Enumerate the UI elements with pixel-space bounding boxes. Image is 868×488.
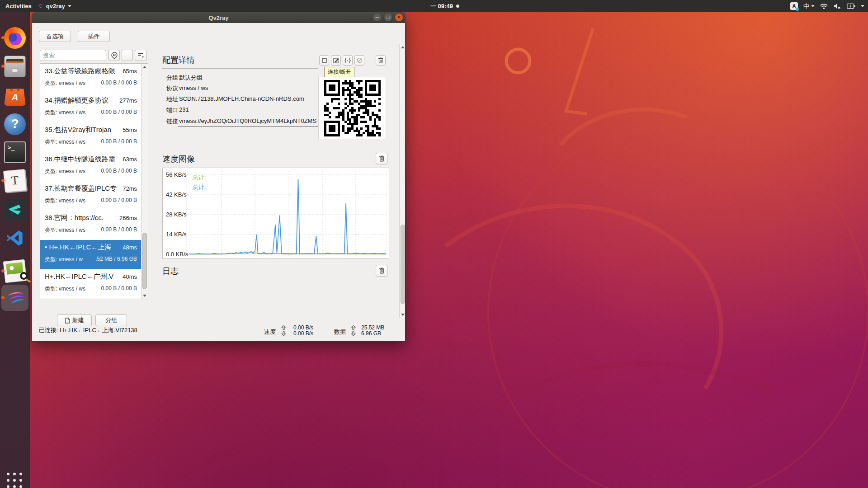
server-type: 类型: vmess / ws	[45, 138, 99, 146]
server-title: 35.包括V2ray和Trojan	[45, 126, 121, 134]
delete-config-button[interactable]	[376, 55, 386, 66]
legend-download[interactable]: 总计↓	[193, 183, 208, 192]
scroll-up-icon[interactable]	[401, 46, 405, 48]
plugins-button[interactable]: 插件	[78, 31, 110, 42]
server-type: 类型: vmess / ws	[45, 109, 99, 117]
title-bar[interactable]: Qv2ray ─ □ ✕	[32, 12, 406, 23]
field-value: 231	[179, 106, 189, 113]
latency-test-button[interactable]	[108, 50, 120, 61]
terminal-icon[interactable]: >_	[4, 141, 26, 163]
trash-icon	[379, 155, 385, 162]
field-value: vmess / ws	[179, 84, 208, 91]
sort-button[interactable]	[135, 50, 147, 61]
group-button[interactable]: 分组	[95, 314, 127, 326]
running-dot-icon	[1, 296, 5, 299]
qv2ray-window: Qv2ray ─ □ ✕ 首选项 插件	[32, 12, 406, 342]
new-config-button[interactable]: 新建	[57, 314, 92, 326]
qr-code-icon	[324, 80, 381, 136]
server-latency: 277ms	[119, 97, 137, 104]
updown-arrows-icon	[349, 325, 359, 336]
blank-tool-button[interactable]	[122, 50, 133, 61]
clock[interactable]: 一 09:49	[430, 0, 459, 12]
vscode-icon[interactable]	[4, 227, 26, 249]
speed-down-value: 0.00 B/s	[293, 331, 313, 337]
scroll-up-icon[interactable]	[143, 66, 146, 68]
stop-square-icon	[322, 58, 327, 63]
server-type: 类型: vmess / ws	[45, 226, 99, 234]
share-link-value[interactable]: vmess://eyJhZGQiOiJTQ0ROLjcyMTM4LkpNT0ZM…	[179, 117, 318, 124]
qv2ray-icon[interactable]	[4, 287, 26, 309]
server-title: 36.中继中转隧道线路需	[45, 155, 121, 164]
search-input[interactable]	[40, 50, 106, 61]
chevron-down-icon	[861, 5, 864, 7]
scrollbar-thumb[interactable]	[401, 225, 405, 304]
maximize-button[interactable]: □	[384, 14, 392, 21]
connect-toggle-button[interactable]	[319, 55, 329, 66]
server-row[interactable]: H+.SG←IPLC←上海.V	[40, 299, 142, 299]
legend-upload[interactable]: 总计↑	[193, 174, 208, 182]
qr-code	[318, 77, 386, 139]
clear-graph-button[interactable]	[376, 153, 387, 164]
qv2ray-mini-icon	[37, 3, 43, 9]
server-row[interactable]: 33.公益等级線路嚴格限65ms 类型: vmess / ws0.00 B / …	[40, 64, 142, 93]
dev-tool-icon[interactable]	[4, 199, 26, 221]
clear-log-button[interactable]	[376, 265, 387, 277]
server-latency: 63ms	[123, 156, 137, 163]
scroll-down-icon[interactable]	[143, 295, 146, 297]
firefox-icon[interactable]	[4, 27, 26, 49]
app-menu-label: qv2ray	[46, 3, 65, 9]
edit-json-button[interactable]	[343, 55, 353, 66]
y-tick-label: 0.0 KB/s	[166, 251, 188, 258]
server-data: .52 MB / 6.96 GB	[95, 256, 137, 263]
server-type: 类型: vmess / ws	[45, 80, 99, 87]
field-label: 分组	[166, 74, 178, 82]
disabled-action-button[interactable]	[354, 55, 364, 66]
speed-values: 0.00 B/s 0.00 B/s	[293, 325, 313, 337]
running-dot-icon	[1, 179, 5, 182]
ime-switcher[interactable]: 中	[803, 2, 815, 10]
file-cabinet-icon[interactable]	[4, 56, 26, 77]
y-tick-label: 56 KB/s	[166, 171, 187, 178]
server-title: • H+.HK←IPLC←上海	[45, 243, 121, 252]
trash-icon	[378, 57, 383, 63]
chevron-down-icon	[811, 5, 815, 7]
input-method-icon[interactable]: A	[790, 2, 798, 10]
edit-config-button[interactable]	[331, 55, 341, 66]
scroll-down-icon[interactable]	[401, 314, 405, 316]
server-row[interactable]: 38.官网：https://cc.266ms 类型: vmess / ws0.0…	[40, 211, 142, 240]
running-dot-icon	[1, 269, 5, 272]
sort-icon	[137, 52, 144, 58]
server-row-selected[interactable]: • H+.HK←IPLC←上海48ms 类型: vmess / w.52 MB …	[40, 240, 142, 269]
edit-pencil-icon	[333, 57, 339, 63]
scrollbar-thumb[interactable]	[142, 233, 147, 289]
main-scrollbar[interactable]	[399, 44, 406, 318]
preferences-button[interactable]: 首选项	[39, 31, 71, 42]
server-row[interactable]: 35.包括V2ray和Trojan55ms 类型: vmess / ws0.00…	[40, 122, 142, 152]
app-menu[interactable]: qv2ray	[37, 3, 71, 9]
server-data: 0.00 B / 0.00 B	[101, 226, 137, 234]
server-latency: 40ms	[123, 273, 137, 280]
text-editor-icon[interactable]: T	[3, 169, 27, 192]
server-data: 0.00 B / 0.00 B	[101, 80, 137, 87]
server-data: 0.00 B / 0.00 B	[101, 109, 137, 117]
server-row[interactable]: 37.长期套餐覆盖IPLC专72ms 类型: vmess / ws0.00 B …	[40, 181, 142, 211]
image-viewer-icon[interactable]	[3, 259, 27, 283]
minimize-button[interactable]: ─	[373, 14, 381, 21]
server-row[interactable]: H+.HK←IPLC←广州.V40ms 类型: vmess / ws0.00 B…	[40, 269, 142, 299]
server-title: 34.捐赠解锁更多协议	[45, 96, 118, 105]
server-title: H+.HK←IPLC←广州.V	[45, 272, 121, 281]
show-applications-button[interactable]	[7, 473, 23, 488]
activities-button[interactable]: Activities	[0, 3, 37, 9]
clock-label: 一 09:49	[430, 2, 453, 10]
server-row[interactable]: 34.捐赠解锁更多协议277ms 类型: vmess / ws0.00 B / …	[40, 93, 142, 122]
server-title: 37.长期套餐覆盖IPLC专	[45, 184, 121, 193]
ubuntu-software-icon[interactable]: A	[4, 84, 26, 106]
server-list-scrollbar[interactable]	[141, 64, 148, 299]
help-icon[interactable]: ?	[4, 113, 26, 135]
system-tray[interactable]: A 中	[790, 0, 864, 12]
server-row[interactable]: 36.中继中转隧道线路需63ms 类型: vmess / ws0.00 B / …	[40, 152, 142, 181]
data-label: 数据	[334, 328, 346, 336]
field-value: 默认分组	[179, 74, 203, 82]
close-button[interactable]: ✕	[395, 14, 403, 21]
desktop: Activities qv2ray 一 09:49 A 中	[0, 0, 868, 488]
